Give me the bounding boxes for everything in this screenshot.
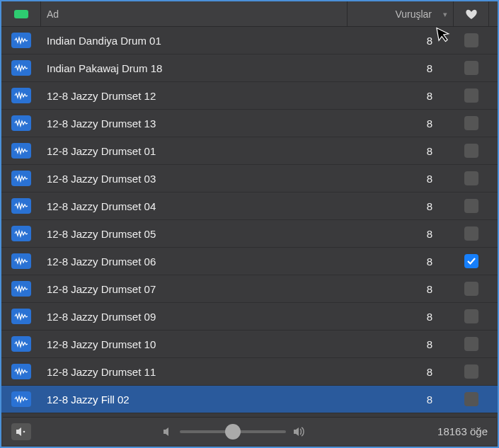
- loop-icon-cell[interactable]: [1, 364, 41, 379]
- audio-loop-icon: [11, 309, 31, 324]
- svg-point-0: [23, 430, 25, 432]
- favorite-cell: [454, 226, 489, 241]
- loop-icon-cell[interactable]: [1, 226, 41, 241]
- table-row[interactable]: 12-8 Jazzy Drumset 068: [1, 248, 498, 275]
- loop-icon-cell[interactable]: [1, 33, 41, 48]
- loop-icon-cell[interactable]: [1, 115, 41, 131]
- table-row[interactable]: 12-8 Jazzy Drumset 098: [1, 303, 498, 331]
- speaker-icon: [16, 427, 27, 437]
- heart-icon: [466, 9, 477, 19]
- loop-name: 12-8 Jazzy Drumset 04: [41, 200, 348, 212]
- loop-beats: 8: [348, 366, 454, 378]
- favorite-checkbox[interactable]: [464, 144, 478, 158]
- audio-loop-icon: [11, 198, 31, 214]
- loop-beats: 8: [348, 283, 454, 295]
- loop-icon-cell[interactable]: [1, 171, 41, 186]
- volume-high-icon: [293, 427, 306, 437]
- loop-icon-cell[interactable]: [1, 391, 41, 407]
- loop-name: 12-8 Jazzy Drumset 10: [41, 338, 348, 350]
- table-row[interactable]: 12-8 Jazzy Drumset 128: [1, 82, 498, 110]
- favorite-checkbox[interactable]: [464, 309, 478, 323]
- favorite-cell: [454, 254, 489, 268]
- loop-list: Indian Dandiya Drum 018Indian Pakawaj Dr…: [1, 27, 498, 418]
- column-header-name[interactable]: Ad: [41, 1, 348, 26]
- loop-icon-cell[interactable]: [1, 309, 41, 324]
- table-row[interactable]: 12-8 Jazzy Drumset 058: [1, 220, 498, 248]
- loop-icon-cell[interactable]: [1, 198, 41, 214]
- audio-loop-icon: [11, 226, 31, 241]
- table-row[interactable]: 12-8 Jazzy Drumset 138: [1, 110, 498, 137]
- loop-icon-cell[interactable]: [1, 60, 41, 76]
- favorite-checkbox[interactable]: [464, 61, 478, 75]
- loop-icon-cell[interactable]: [1, 253, 41, 269]
- view-toggle[interactable]: [1, 1, 41, 27]
- favorite-checkbox[interactable]: [464, 392, 478, 406]
- audio-loop-icon: [11, 391, 31, 407]
- loop-beats: 8: [348, 228, 454, 240]
- loop-beats: 8: [348, 35, 454, 47]
- audio-loop-icon: [11, 364, 31, 379]
- favorite-checkbox[interactable]: [464, 337, 478, 351]
- loop-icon-cell[interactable]: [1, 88, 41, 103]
- favorite-cell: [454, 171, 489, 185]
- favorite-cell: [454, 309, 489, 323]
- favorite-checkbox[interactable]: [464, 199, 478, 213]
- table-row[interactable]: 12-8 Jazzy Drumset 118: [1, 358, 498, 386]
- loop-name: Indian Dandiya Drum 01: [41, 35, 348, 47]
- loop-name: 12-8 Jazzy Drumset 01: [41, 145, 348, 157]
- favorite-checkbox[interactable]: [464, 33, 478, 47]
- loop-icon-cell[interactable]: [1, 336, 41, 352]
- volume-slider[interactable]: [180, 430, 286, 433]
- table-row[interactable]: 12-8 Jazzy Fill 028: [1, 386, 498, 413]
- audio-loop-icon: [11, 253, 31, 269]
- check-icon: [466, 257, 476, 265]
- table-row[interactable]: 12-8 Jazzy Drumset 078: [1, 275, 498, 303]
- loop-name: 12-8 Jazzy Drumset 07: [41, 283, 348, 295]
- favorite-checkbox[interactable]: [464, 282, 478, 296]
- favorite-cell: [454, 282, 489, 296]
- loop-beats: 8: [348, 255, 454, 268]
- loop-beats: 8: [348, 338, 454, 350]
- audio-loop-icon: [11, 336, 31, 352]
- favorite-checkbox[interactable]: [464, 116, 478, 130]
- favorite-checkbox[interactable]: [464, 364, 478, 379]
- chevron-down-icon: ▾: [443, 9, 447, 18]
- loop-name: 12-8 Jazzy Fill 02: [41, 394, 348, 406]
- favorite-checkbox[interactable]: [464, 171, 478, 185]
- loop-icon-cell[interactable]: [1, 281, 41, 297]
- table-row[interactable]: 12-8 Jazzy Drumset 018: [1, 137, 498, 165]
- loop-name: Indian Pakawaj Drum 18: [41, 62, 348, 74]
- table-row[interactable]: 12-8 Jazzy Drumset 048: [1, 193, 498, 220]
- favorite-cell: [454, 61, 489, 75]
- loop-name: 12-8 Jazzy Drumset 05: [41, 228, 348, 240]
- favorite-cell: [454, 144, 489, 158]
- preview-button[interactable]: [11, 423, 31, 440]
- loop-beats: 8: [348, 90, 454, 102]
- table-row[interactable]: Indian Dandiya Drum 018: [1, 27, 498, 54]
- column-header-favorite[interactable]: [454, 1, 489, 26]
- table-row[interactable]: 12-8 Jazzy Drumset 108: [1, 331, 498, 358]
- favorite-checkbox[interactable]: [464, 254, 478, 268]
- table-row[interactable]: Indian Pakawaj Drum 188: [1, 54, 498, 82]
- volume-control: [31, 427, 437, 437]
- favorite-checkbox[interactable]: [464, 88, 478, 103]
- favorite-cell: [454, 364, 489, 379]
- loop-beats: 8: [348, 200, 454, 212]
- loop-name: 12-8 Jazzy Drumset 12: [41, 90, 348, 102]
- column-header-beats[interactable]: Vuruşlar ▾: [348, 1, 454, 26]
- footer-bar: 18163 öğe: [3, 417, 496, 445]
- column-header-beats-label: Vuruşlar: [395, 8, 432, 20]
- favorite-checkbox[interactable]: [464, 226, 478, 241]
- item-count: 18163 öğe: [437, 425, 488, 437]
- loop-name: 12-8 Jazzy Drumset 09: [41, 311, 348, 323]
- table-row[interactable]: 12-8 Jazzy Drumset 038: [1, 165, 498, 193]
- favorite-cell: [454, 88, 489, 103]
- volume-thumb[interactable]: [225, 424, 241, 440]
- favorite-cell: [454, 199, 489, 213]
- loop-name: 12-8 Jazzy Drumset 06: [41, 255, 348, 268]
- audio-loop-icon: [11, 88, 31, 103]
- loop-icon-cell[interactable]: [1, 143, 41, 159]
- loop-beats: 8: [348, 145, 454, 157]
- favorite-cell: [454, 337, 489, 351]
- loop-beats: 8: [348, 173, 454, 185]
